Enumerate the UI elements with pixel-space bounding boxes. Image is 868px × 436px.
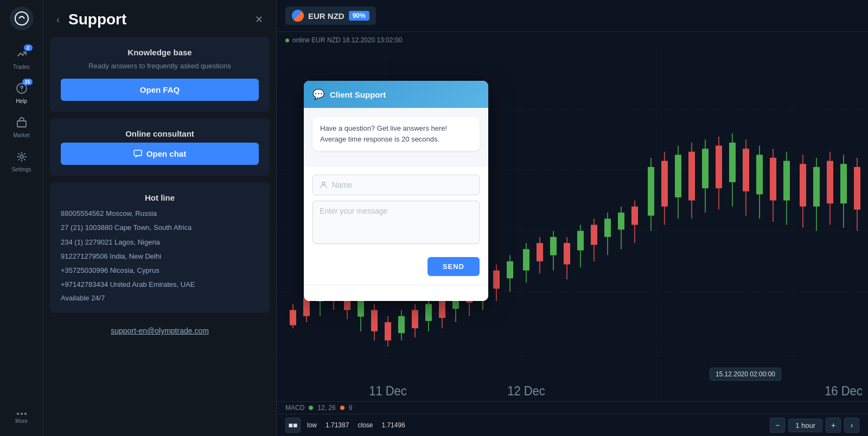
svg-rect-35 (398, 316, 405, 333)
svg-rect-49 (493, 271, 500, 289)
svg-rect-37 (412, 310, 418, 329)
pct-badge: 90% (349, 11, 369, 21)
svg-rect-53 (523, 249, 529, 270)
macd-bar: MACD 12, 26 9 (277, 401, 868, 414)
message-textarea[interactable] (312, 201, 480, 244)
zoom-in-button[interactable]: + (826, 418, 841, 433)
close-button[interactable]: ✕ (253, 11, 265, 28)
svg-rect-19 (290, 310, 296, 325)
svg-text:11 Dec: 11 Dec (369, 383, 407, 398)
sidebar-item-settings[interactable]: Settings (0, 144, 43, 178)
close-value: 1.71496 (381, 421, 405, 429)
client-support-chat: 💬 Client Support Have a question? Get li… (304, 81, 488, 301)
sidebar: 2 Trades 25 Help Market (0, 0, 43, 436)
more-label: More (15, 418, 28, 424)
forward-button[interactable]: › (844, 418, 859, 433)
chart-canvas: 11 Dec 12 Dec 16 Dec 15.12.2020 02:00:00… (277, 48, 868, 401)
back-button[interactable]: ‹ (54, 12, 62, 28)
open-faq-button[interactable]: Open FAQ (61, 79, 259, 101)
svg-rect-89 (770, 158, 776, 201)
email-section: support-en@olymptrade.com (43, 319, 276, 347)
zoom-out-button[interactable]: − (770, 418, 785, 433)
svg-rect-93 (800, 164, 806, 207)
svg-rect-59 (564, 243, 570, 264)
svg-point-6 (21, 413, 23, 415)
sidebar-item-help[interactable]: 25 Help (0, 75, 43, 110)
sidebar-item-trades[interactable]: 2 Trades (0, 41, 43, 75)
chat-form (304, 167, 488, 252)
hotline-number-4: 912271279506 India, New Delhi (61, 252, 259, 261)
svg-rect-29 (358, 301, 364, 317)
open-chat-button[interactable]: Open chat (61, 143, 259, 165)
svg-rect-51 (507, 261, 513, 278)
svg-rect-65 (604, 219, 611, 237)
hotline-section: Hot line 88005554562 Moscow, Russia 27 (… (50, 182, 270, 313)
svg-rect-8 (134, 150, 142, 156)
trades-label: Trades (13, 64, 30, 70)
pair-badge[interactable]: EUR NZD 90% (285, 7, 376, 25)
svg-rect-101 (854, 167, 860, 210)
hotline-number-6: +97142783434 United Arab Emirates, UAE (61, 280, 259, 290)
hotline-number-1: 88005554562 Moscow, Russia (61, 209, 259, 219)
support-panel: ‹ Support ✕ Knowledge base Ready answers… (43, 0, 277, 436)
hotline-title: Hot line (61, 193, 259, 202)
pair-flag-icon (292, 10, 304, 22)
online-dot (285, 39, 289, 42)
svg-rect-55 (537, 243, 543, 261)
chart-header: EUR NZD 90% (277, 0, 868, 32)
svg-point-7 (24, 413, 27, 415)
name-input-wrap (312, 175, 480, 195)
svg-point-0 (15, 12, 28, 25)
app-logo[interactable] (10, 7, 34, 30)
knowledge-base-desc: Ready answers to frequently asked questi… (61, 61, 259, 71)
svg-rect-99 (840, 164, 847, 203)
svg-rect-67 (618, 213, 624, 229)
svg-rect-91 (783, 161, 790, 201)
chat-icon: 💬 (312, 88, 324, 100)
email-link[interactable]: support-en@olymptrade.com (111, 326, 209, 335)
help-label: Help (16, 98, 27, 104)
svg-rect-71 (648, 167, 654, 216)
knowledge-base-section: Knowledge base Ready answers to frequent… (50, 37, 270, 112)
svg-rect-3 (17, 121, 26, 127)
hotline-number-3: 234 (1) 2279021 Lagos, Nigeria (61, 238, 259, 247)
macd-signal: 9 (349, 404, 353, 412)
chat-body: Have a question? Get live answers here! … (304, 108, 488, 167)
svg-point-4 (20, 155, 23, 158)
knowledge-base-title: Knowledge base (61, 48, 259, 57)
chart-controls: − 1 hour + › (770, 418, 859, 433)
online-text: online EUR NZD 18.12.2020 13:02:00 (292, 36, 402, 44)
svg-point-105 (322, 182, 326, 185)
svg-text:12 Dec: 12 Dec (507, 383, 545, 398)
svg-rect-33 (385, 322, 391, 341)
chat-title: Client Support (330, 90, 386, 99)
svg-rect-75 (675, 155, 681, 197)
low-value: 1.71387 (326, 421, 349, 429)
svg-rect-97 (827, 161, 833, 204)
name-input[interactable] (332, 181, 473, 189)
help-badge: 25 (22, 79, 32, 85)
svg-rect-87 (756, 155, 763, 194)
sidebar-item-market[interactable]: Market (0, 110, 43, 144)
settings-label: Settings (11, 166, 31, 172)
trades-badge: 2 (24, 44, 33, 51)
chat-bubble: Have a question? Get live answers here! … (312, 117, 480, 151)
svg-rect-61 (577, 231, 584, 251)
svg-point-2 (21, 91, 22, 92)
svg-text:16 Dec: 16 Dec (825, 383, 863, 398)
date-chip: 15.12.2020 02:00:00 (710, 368, 781, 381)
macd-params: 12, 26 (317, 404, 335, 412)
svg-point-5 (17, 413, 19, 415)
hotline-available: Available 24/7 (61, 294, 259, 302)
svg-rect-31 (371, 310, 378, 331)
online-consultant-section: Online consultant Open chat (50, 118, 270, 176)
svg-rect-39 (425, 304, 432, 320)
chat-header: 💬 Client Support (304, 81, 488, 108)
support-header: ‹ Support ✕ (43, 11, 276, 37)
hotline-number-2: 27 (21) 1003880 Cape Town, South Africa (61, 223, 259, 233)
sidebar-more[interactable]: More (0, 406, 43, 429)
svg-rect-83 (729, 143, 736, 182)
send-button[interactable]: SEND (427, 257, 480, 276)
chart-area: EUR NZD 90% online EUR NZD 18.12.2020 13… (277, 0, 868, 436)
expand-button[interactable]: ■■ (285, 418, 301, 433)
